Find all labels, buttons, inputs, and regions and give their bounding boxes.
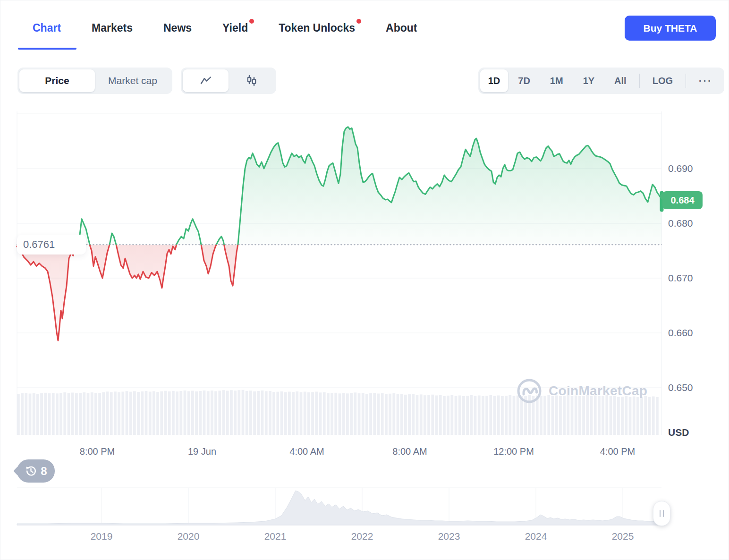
tab-nav: ChartMarketsNewsYieldToken UnlocksAbout <box>33 0 417 55</box>
x-axis-tick: 4:00 PM <box>600 446 635 457</box>
y-axis-tick: 0.650 <box>668 382 693 393</box>
notification-dot <box>249 19 254 24</box>
baseline-price-label: 0.6761 <box>17 235 86 255</box>
minimap-chart[interactable] <box>17 488 661 525</box>
chart-toolbar: PriceMarket cap 1D7D1M1YAllLOG··· <box>0 68 729 94</box>
tab-yield[interactable]: Yield <box>222 22 248 34</box>
metric-toggle: PriceMarket cap <box>17 68 172 94</box>
line-chart-icon <box>200 76 212 86</box>
tab-token-unlocks[interactable]: Token Unlocks <box>279 22 355 34</box>
baseline-price-value: 0.6761 <box>23 238 55 251</box>
history-clock-icon <box>25 465 37 477</box>
y-axis-tick: 0.660 <box>668 327 693 339</box>
coinmarketcap-watermark: CoinMarketCap <box>516 378 647 404</box>
currency-label: USD <box>668 427 689 438</box>
tab-about[interactable]: About <box>386 22 417 34</box>
history-count: 8 <box>41 465 47 478</box>
minimap-year-tick: 2022 <box>351 531 373 542</box>
line-chart-toggle-button[interactable] <box>183 69 229 92</box>
x-axis-tick: 8:00 PM <box>80 446 115 457</box>
theta-chart-page: ChartMarketsNewsYieldToken UnlocksAbout … <box>0 0 729 560</box>
coinmarketcap-logo-icon <box>516 378 543 404</box>
tab-bar: ChartMarketsNewsYieldToken UnlocksAbout … <box>0 0 729 55</box>
price-toggle-button[interactable]: Price <box>19 69 95 92</box>
minimap-year-tick: 2021 <box>264 531 287 542</box>
candlestick-icon <box>246 75 258 87</box>
tab-chart[interactable]: Chart <box>33 22 61 34</box>
y-axis-tick: 0.690 <box>668 163 693 174</box>
watermark-text: CoinMarketCap <box>549 383 647 399</box>
minimap-drag-handle[interactable] <box>653 501 670 526</box>
range-1m-button[interactable]: 1M <box>540 69 573 92</box>
candlestick-toggle-button[interactable] <box>229 69 274 92</box>
x-axis-tick: 4:00 AM <box>289 446 324 457</box>
divider <box>639 74 640 88</box>
market-cap-toggle-button[interactable]: Market cap <box>95 69 170 92</box>
current-price-badge: 0.684 <box>662 191 703 209</box>
x-axis-tick: 19 Jun <box>188 446 216 457</box>
minimap-year-tick: 2023 <box>438 531 460 542</box>
more-options-button[interactable]: ··· <box>689 69 722 92</box>
range-group: 1D7D1M1YAllLOG··· <box>478 68 724 94</box>
tab-news[interactable]: News <box>163 22 192 34</box>
minimap-year-tick: 2025 <box>612 531 634 542</box>
main-chart <box>17 127 664 340</box>
tab-markets[interactable]: Markets <box>92 22 133 34</box>
minimap-year-tick: 2019 <box>91 531 113 542</box>
y-axis-tick: 0.670 <box>668 272 693 284</box>
minimap-year-tick: 2024 <box>525 531 547 542</box>
log-scale-button[interactable]: LOG <box>643 69 683 92</box>
range-1d-button[interactable]: 1D <box>480 69 509 92</box>
y-axis-tick: 0.680 <box>668 218 693 229</box>
x-axis-tick: 12:00 PM <box>493 446 534 457</box>
minimap-year-tick: 2020 <box>178 531 200 542</box>
range-1y-button[interactable]: 1Y <box>573 69 604 92</box>
x-axis-tick: 8:00 AM <box>392 446 427 457</box>
range-all-button[interactable]: All <box>604 69 636 92</box>
chart-type-toggle <box>181 68 276 94</box>
notification-dot <box>356 19 361 24</box>
range-7d-button[interactable]: 7D <box>508 69 540 92</box>
buy-theta-button[interactable]: Buy THETA <box>625 16 716 41</box>
history-badge[interactable]: 8 <box>17 459 55 483</box>
divider <box>686 74 686 88</box>
